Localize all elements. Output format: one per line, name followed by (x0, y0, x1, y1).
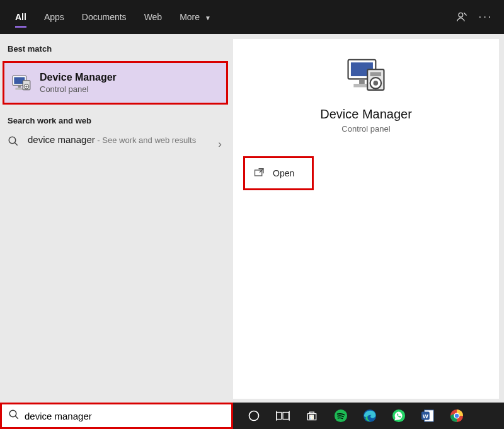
preview-pane-wrapper: Device Manager Control panel Open (233, 34, 504, 404)
device-manager-icon (11, 74, 32, 93)
best-match-title: Device Manager (40, 72, 117, 83)
svg-point-15 (373, 81, 378, 86)
svg-rect-4 (15, 88, 23, 89)
tab-more[interactable]: More ▼ (171, 0, 220, 34)
whatsapp-icon[interactable] (384, 403, 413, 428)
search-icon (8, 409, 20, 423)
search-category-tabs: All Apps Documents Web More ▼ ··· (0, 0, 504, 34)
svg-point-8 (9, 137, 16, 144)
search-icon (8, 135, 21, 149)
svg-rect-24 (310, 418, 312, 420)
feedback-icon[interactable] (450, 11, 474, 24)
chevron-right-icon: › (218, 138, 222, 151)
tab-more-label: More (180, 12, 200, 22)
svg-rect-20 (277, 413, 282, 420)
svg-point-0 (459, 13, 463, 18)
microsoft-store-icon[interactable] (297, 403, 326, 428)
word-icon[interactable]: W (413, 403, 442, 428)
spotify-icon[interactable] (326, 403, 355, 428)
open-button[interactable]: Open (243, 156, 314, 190)
best-match-heading: Best match (0, 40, 233, 57)
svg-rect-22 (310, 415, 312, 417)
web-search-result[interactable]: device manager - See work and web result… (0, 129, 233, 156)
tab-apps[interactable]: Apps (35, 0, 73, 34)
svg-rect-3 (18, 85, 21, 88)
preview-pane: Device Manager Control panel Open (233, 39, 499, 399)
preview-title: Device Manager (320, 107, 412, 122)
edge-icon[interactable] (355, 403, 384, 428)
open-label: Open (273, 168, 294, 178)
task-view-icon[interactable] (268, 403, 297, 428)
svg-rect-25 (312, 418, 314, 420)
chevron-down-icon: ▼ (205, 14, 211, 21)
chrome-icon[interactable] (442, 403, 471, 428)
svg-text:W: W (423, 413, 428, 420)
svg-rect-16 (370, 72, 382, 76)
svg-point-34 (455, 414, 459, 418)
results-pane: Best match Device Manager Control panel … (0, 34, 233, 404)
tab-all[interactable]: All (6, 0, 35, 34)
bottom-row: W (0, 403, 504, 429)
best-match-result[interactable]: Device Manager Control panel (3, 61, 228, 105)
open-icon (254, 167, 265, 180)
svg-rect-21 (283, 413, 289, 420)
search-input[interactable] (25, 411, 225, 421)
best-match-subtitle: Control panel (40, 84, 117, 94)
tab-web[interactable]: Web (135, 0, 171, 34)
device-manager-icon (344, 57, 388, 98)
more-options-icon[interactable]: ··· (474, 11, 498, 23)
taskbar: W (233, 403, 504, 429)
web-query-text: device manager (28, 134, 95, 145)
svg-rect-11 (359, 79, 365, 84)
preview-subtitle: Control panel (341, 124, 390, 134)
svg-point-7 (25, 85, 27, 87)
tab-documents[interactable]: Documents (73, 0, 135, 34)
svg-point-19 (249, 411, 259, 421)
search-bar[interactable] (0, 403, 233, 429)
cortana-icon[interactable] (239, 403, 268, 428)
svg-point-18 (9, 410, 16, 417)
web-query-suffix: - See work and web results (95, 135, 196, 145)
search-web-heading: Search work and web (0, 112, 233, 129)
svg-rect-23 (312, 415, 314, 417)
